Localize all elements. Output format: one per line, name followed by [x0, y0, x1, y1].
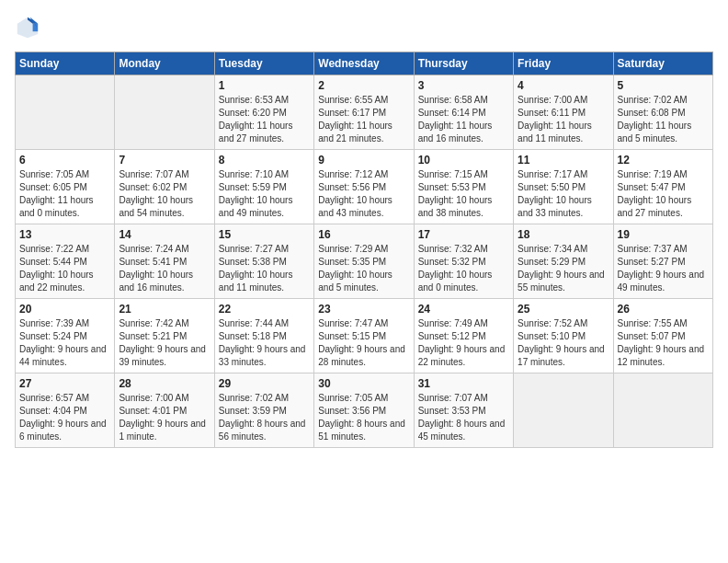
day-number: 1 [219, 79, 310, 92]
day-number: 5 [618, 79, 709, 92]
day-info: Sunrise: 7:05 AMSunset: 6:05 PMDaylight:… [19, 168, 110, 220]
day-info: Sunrise: 7:52 AMSunset: 5:10 PMDaylight:… [518, 317, 609, 369]
weekday-header-sunday: Sunday [16, 52, 115, 75]
day-number: 6 [19, 154, 110, 167]
calendar-cell: 25Sunrise: 7:52 AMSunset: 5:10 PMDayligh… [514, 299, 613, 373]
calendar-table: SundayMondayTuesdayWednesdayThursdayFrid… [15, 52, 713, 448]
day-info: Sunrise: 7:02 AMSunset: 6:08 PMDaylight:… [618, 94, 709, 145]
day-info: Sunrise: 7:22 AMSunset: 5:44 PMDaylight:… [19, 243, 110, 294]
day-info: Sunrise: 7:00 AMSunset: 4:01 PMDaylight:… [119, 392, 210, 443]
day-info: Sunrise: 7:12 AMSunset: 5:56 PMDaylight:… [318, 168, 409, 220]
day-number: 20 [19, 303, 110, 316]
calendar-cell: 5Sunrise: 7:02 AMSunset: 6:08 PMDaylight… [613, 75, 712, 150]
day-info: Sunrise: 7:07 AMSunset: 3:53 PMDaylight:… [418, 392, 509, 443]
day-number: 4 [518, 79, 609, 92]
day-info: Sunrise: 7:47 AMSunset: 5:15 PMDaylight:… [318, 317, 409, 369]
day-info: Sunrise: 7:24 AMSunset: 5:41 PMDaylight:… [119, 243, 210, 294]
calendar-cell: 29Sunrise: 7:02 AMSunset: 3:59 PMDayligh… [214, 373, 313, 448]
day-number: 7 [119, 154, 210, 167]
day-number: 28 [119, 377, 210, 390]
calendar-cell: 31Sunrise: 7:07 AMSunset: 3:53 PMDayligh… [414, 373, 513, 448]
day-info: Sunrise: 7:39 AMSunset: 5:24 PMDaylight:… [19, 317, 110, 369]
weekday-header-wednesday: Wednesday [314, 52, 414, 75]
logo-icon [15, 15, 40, 40]
day-info: Sunrise: 7:19 AMSunset: 5:47 PMDaylight:… [618, 168, 709, 220]
day-number: 10 [418, 154, 509, 167]
calendar-week-row: 6Sunrise: 7:05 AMSunset: 6:05 PMDaylight… [16, 150, 713, 224]
calendar-cell: 28Sunrise: 7:00 AMSunset: 4:01 PMDayligh… [115, 373, 214, 448]
calendar-cell: 23Sunrise: 7:47 AMSunset: 5:15 PMDayligh… [314, 299, 414, 373]
calendar-week-row: 1Sunrise: 6:53 AMSunset: 6:20 PMDaylight… [16, 75, 713, 150]
calendar-cell: 14Sunrise: 7:24 AMSunset: 5:41 PMDayligh… [115, 224, 214, 299]
calendar-cell: 1Sunrise: 6:53 AMSunset: 6:20 PMDaylight… [214, 75, 313, 150]
calendar-cell: 15Sunrise: 7:27 AMSunset: 5:38 PMDayligh… [214, 224, 313, 299]
day-number: 16 [318, 228, 409, 241]
weekday-header-tuesday: Tuesday [214, 52, 313, 75]
calendar-cell: 17Sunrise: 7:32 AMSunset: 5:32 PMDayligh… [414, 224, 513, 299]
day-number: 14 [119, 228, 210, 241]
weekday-header-thursday: Thursday [414, 52, 513, 75]
day-number: 13 [19, 228, 110, 241]
day-info: Sunrise: 6:58 AMSunset: 6:14 PMDaylight:… [418, 94, 509, 145]
calendar-cell: 21Sunrise: 7:42 AMSunset: 5:21 PMDayligh… [115, 299, 214, 373]
calendar-cell [514, 373, 613, 448]
day-number: 31 [418, 377, 509, 390]
day-info: Sunrise: 7:42 AMSunset: 5:21 PMDaylight:… [119, 317, 210, 369]
day-info: Sunrise: 6:55 AMSunset: 6:17 PMDaylight:… [318, 94, 409, 145]
day-number: 15 [219, 228, 310, 241]
calendar-week-row: 27Sunrise: 6:57 AMSunset: 4:04 PMDayligh… [16, 373, 713, 448]
calendar-cell: 30Sunrise: 7:05 AMSunset: 3:56 PMDayligh… [314, 373, 414, 448]
day-number: 17 [418, 228, 509, 241]
day-number: 27 [19, 377, 110, 390]
calendar-cell: 16Sunrise: 7:29 AMSunset: 5:35 PMDayligh… [314, 224, 414, 299]
day-info: Sunrise: 7:32 AMSunset: 5:32 PMDaylight:… [418, 243, 509, 294]
day-number: 24 [418, 303, 509, 316]
day-info: Sunrise: 7:17 AMSunset: 5:50 PMDaylight:… [518, 168, 609, 220]
calendar-cell: 26Sunrise: 7:55 AMSunset: 5:07 PMDayligh… [613, 299, 712, 373]
day-info: Sunrise: 7:29 AMSunset: 5:35 PMDaylight:… [318, 243, 409, 294]
day-number: 12 [618, 154, 709, 167]
day-info: Sunrise: 7:27 AMSunset: 5:38 PMDaylight:… [219, 243, 310, 294]
calendar-cell [613, 373, 712, 448]
day-number: 2 [318, 79, 409, 92]
weekday-header-friday: Friday [514, 52, 613, 75]
calendar-week-row: 13Sunrise: 7:22 AMSunset: 5:44 PMDayligh… [16, 224, 713, 299]
calendar-cell: 7Sunrise: 7:07 AMSunset: 6:02 PMDaylight… [115, 150, 214, 224]
day-info: Sunrise: 7:49 AMSunset: 5:12 PMDaylight:… [418, 317, 509, 369]
calendar-cell: 6Sunrise: 7:05 AMSunset: 6:05 PMDaylight… [16, 150, 115, 224]
day-number: 30 [318, 377, 409, 390]
calendar-cell: 9Sunrise: 7:12 AMSunset: 5:56 PMDaylight… [314, 150, 414, 224]
calendar-cell: 19Sunrise: 7:37 AMSunset: 5:27 PMDayligh… [613, 224, 712, 299]
day-number: 9 [318, 154, 409, 167]
calendar-cell: 3Sunrise: 6:58 AMSunset: 6:14 PMDaylight… [414, 75, 513, 150]
calendar-cell: 27Sunrise: 6:57 AMSunset: 4:04 PMDayligh… [16, 373, 115, 448]
weekday-header-monday: Monday [115, 52, 214, 75]
calendar-cell: 8Sunrise: 7:10 AMSunset: 5:59 PMDaylight… [214, 150, 313, 224]
calendar-cell: 2Sunrise: 6:55 AMSunset: 6:17 PMDaylight… [314, 75, 414, 150]
calendar-cell: 13Sunrise: 7:22 AMSunset: 5:44 PMDayligh… [16, 224, 115, 299]
day-number: 23 [318, 303, 409, 316]
calendar-cell: 4Sunrise: 7:00 AMSunset: 6:11 PMDaylight… [514, 75, 613, 150]
day-number: 25 [518, 303, 609, 316]
day-info: Sunrise: 7:05 AMSunset: 3:56 PMDaylight:… [318, 392, 409, 443]
calendar-cell: 18Sunrise: 7:34 AMSunset: 5:29 PMDayligh… [514, 224, 613, 299]
day-info: Sunrise: 7:55 AMSunset: 5:07 PMDaylight:… [618, 317, 709, 369]
day-info: Sunrise: 7:34 AMSunset: 5:29 PMDaylight:… [518, 243, 609, 294]
logo [15, 15, 44, 40]
calendar-cell: 12Sunrise: 7:19 AMSunset: 5:47 PMDayligh… [613, 150, 712, 224]
day-number: 26 [618, 303, 709, 316]
calendar-cell: 24Sunrise: 7:49 AMSunset: 5:12 PMDayligh… [414, 299, 513, 373]
day-info: Sunrise: 7:15 AMSunset: 5:53 PMDaylight:… [418, 168, 509, 220]
day-number: 29 [219, 377, 310, 390]
day-number: 3 [418, 79, 509, 92]
day-info: Sunrise: 7:44 AMSunset: 5:18 PMDaylight:… [219, 317, 310, 369]
calendar-cell [115, 75, 214, 150]
day-info: Sunrise: 6:53 AMSunset: 6:20 PMDaylight:… [219, 94, 310, 145]
weekday-header-row: SundayMondayTuesdayWednesdayThursdayFrid… [16, 52, 713, 75]
weekday-header-saturday: Saturday [613, 52, 712, 75]
calendar-cell [16, 75, 115, 150]
day-info: Sunrise: 6:57 AMSunset: 4:04 PMDaylight:… [19, 392, 110, 443]
calendar-cell: 11Sunrise: 7:17 AMSunset: 5:50 PMDayligh… [514, 150, 613, 224]
calendar-cell: 22Sunrise: 7:44 AMSunset: 5:18 PMDayligh… [214, 299, 313, 373]
day-number: 8 [219, 154, 310, 167]
